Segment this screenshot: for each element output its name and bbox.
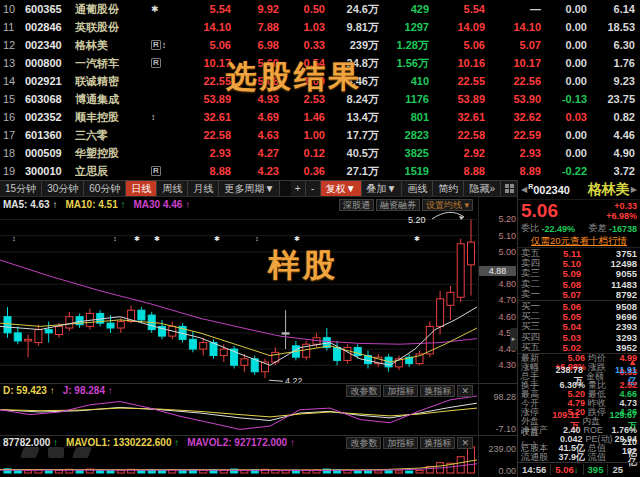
trend-arrow-icon: ↑ [53,437,58,448]
sample-stock-watermark: 样股 [268,244,338,288]
period-tab-15分钟[interactable]: 15分钟 [0,181,42,196]
trading-app-window: 10600365通葡股份✱5.549.920.5024.6万4295.54—0.… [0,0,640,477]
row-number: 17 [0,126,25,144]
zoom-out-button[interactable]: - [306,181,321,196]
pane-button-加指标[interactable]: 加指标 [383,385,418,397]
legend-item: MAVOL2: 927172.000 ↑ [187,437,299,448]
stock-row[interactable]: 12002340格林美R↕5.066.980.33239万1.28万5.065.… [0,36,640,54]
stock-row[interactable]: 11002846英联股份14.107.881.039.81万129714.091… [0,18,640,36]
last-price: 32.61 [177,108,231,126]
period-tab-日线[interactable]: 日线 [126,181,157,196]
period-tab-周线[interactable]: 周线 [157,181,188,196]
turnover-rate: 6.30 [587,36,637,54]
pane-button-改参数[interactable]: 改参数 [346,385,381,397]
volume-bar [406,471,413,473]
stock-badges: R [151,162,177,180]
candle-body [66,317,73,328]
tool-button-叠加▼[interactable]: 叠加▼ [362,181,403,196]
order-volume: 2393 [581,321,637,332]
pane-button-加指标[interactable]: 加指标 [383,437,418,449]
stock-row[interactable]: 18000509华塑控股2.934.270.1240.5万38252.922.9… [0,144,640,162]
change-value: 0.33 [279,36,325,54]
candle-body [334,347,341,360]
order-volume: 9508 [581,301,637,312]
turnover-rate: 1.76 [587,54,637,72]
layout-grid-icon[interactable] [501,181,517,196]
panel-collapse-handle[interactable]: ▸ [510,328,517,350]
next-stock-icon[interactable]: ▶ [630,185,638,194]
zoom-in-button[interactable]: + [291,181,306,196]
change-value: 0.12 [279,144,325,162]
tool-button-复权▼[interactable]: 复权▼ [321,181,362,196]
event-marker-icon: ↕ [255,235,259,242]
change-percent: 7.88 [231,18,279,36]
low-annotation: 4.22 [285,376,303,386]
kline-chart-region[interactable]: ↕↕✱✱✱↕✱✱4.225.20 5.205.105.004.804.704.6… [0,197,517,477]
turnover-rate: 18.53 [587,18,637,36]
stock-code: 603068 [25,90,75,108]
current-volume: 1.56万 [379,54,429,72]
high-annotation: 5.20 [408,215,426,225]
candle-body [241,359,248,365]
speed: 0.03 [541,108,587,126]
kdj_k-line [0,403,477,420]
order-price: 5.06 [547,301,581,312]
legend-item: MAVOL1: 1330222.600 ↑ [66,437,183,448]
ask-queue: 卖五5.113751卖四5.1012498卖三5.099055卖二5.08114… [518,248,640,300]
bid-price: 22.58 [429,126,485,144]
bid-queue: 买一5.069508买二5.059696买三5.042393买四5.033293… [518,301,640,353]
stock-row[interactable]: 16002352顺丰控股↕32.614.691.4613.4万80132.613… [0,108,640,126]
period-tab-月线[interactable]: 月线 [188,181,219,196]
last-price: 2.93 [177,144,231,162]
prev-stock-icon[interactable]: ◀ [520,185,528,194]
pane-button-设置均线 ▾[interactable]: 设置均线 ▾ [422,199,473,211]
tool-button-简约[interactable]: 简约 [433,181,464,196]
mavol1-line [0,460,477,470]
period-tab-60分钟[interactable]: 60分钟 [84,181,126,196]
pane-button-深股通[interactable]: 深股通 [339,199,374,211]
stock-code: 002846 [25,18,75,36]
tool-button-画线[interactable]: 画线 [402,181,433,196]
pane-button-✕[interactable]: ✕ [457,385,473,397]
volume-bar [76,471,83,473]
legend-item: MA30 4.46 ↑ [134,199,195,210]
bid-price: 53.89 [429,90,485,108]
ma-legend: MA5: 4.63 ↑MA10: 4.51 ↑MA30 4.46 ↑ [3,199,198,210]
volume-bar [56,470,63,473]
candle-body [35,330,42,343]
bid-price: 2.92 [429,144,485,162]
pane-button-换指标[interactable]: 换指标 [420,385,455,397]
ma30-line [0,260,477,344]
period-tab-30分钟[interactable]: 30分钟 [42,181,84,196]
margin-badge: R [151,40,161,50]
axis-label: 5.20 [479,214,518,224]
stock-row[interactable]: 10600365通葡股份✱5.549.920.5024.6万4295.54—0.… [0,0,640,18]
pane-button-✕[interactable]: ✕ [457,437,473,449]
total-volume: 40.5万 [325,144,379,162]
trend-arrow-icon: ↑ [185,199,190,210]
event-marker-icon: ✱ [214,235,220,242]
stock-name: 英联股份 [75,18,151,36]
event-marker-icon: ↕ [12,235,16,242]
candle-body [220,349,227,355]
tool-button-隐藏»[interactable]: 隐藏» [464,181,501,196]
pane-button-换指标[interactable]: 换指标 [420,437,455,449]
event-marker-icon: ✱ [134,235,140,242]
row-number: 16 [0,108,25,126]
price-change: +0.33+6.98% [606,201,637,221]
period-tab-更多周期▼[interactable]: 更多周期▼ [219,181,280,196]
axis-label: -7.10 [479,424,518,434]
weicha-value: -16738 [609,224,637,234]
stock-row[interactable]: 17601360三六零22.584.631.0017.7万282322.5822… [0,126,640,144]
volume-bar [354,471,361,473]
weibi-value: -22.49% [542,224,576,234]
row-number: 19 [0,162,25,180]
pane-button-改参数[interactable]: 改参数 [346,437,381,449]
stock-row[interactable]: 19300010立思辰R8.884.230.3627.1万15198.888.8… [0,162,640,180]
total-volume: 27.1万 [325,162,379,180]
volume-bar [416,470,423,473]
ask-row[interactable]: 卖一5.078792 [518,289,640,299]
volume-pane-buttons: 改参数加指标换指标✕ [346,437,473,449]
pane-button-融资融券[interactable]: 融资融券 [376,199,420,211]
change-value: 1.46 [279,108,325,126]
